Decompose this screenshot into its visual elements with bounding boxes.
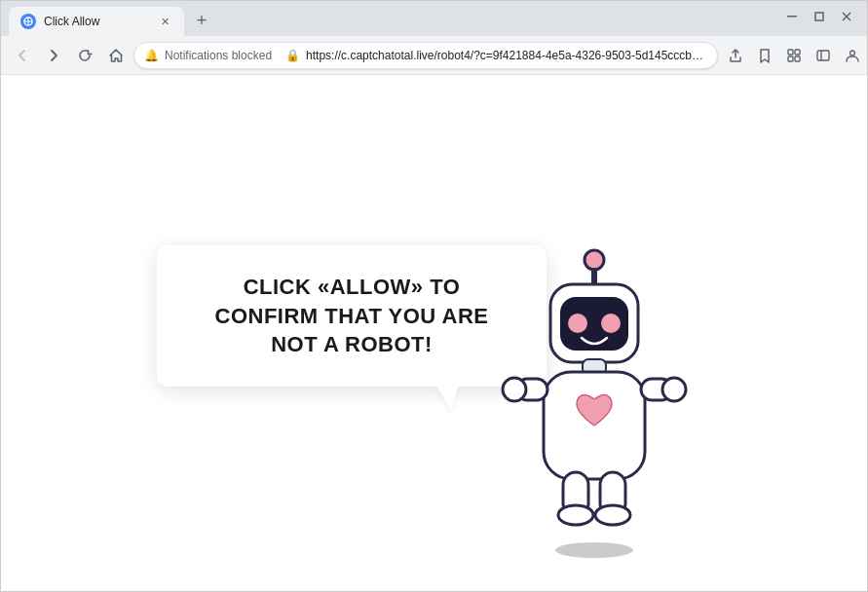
home-button[interactable] <box>102 42 130 69</box>
tab-title: Click Allow <box>44 15 149 28</box>
svg-point-27 <box>503 378 526 401</box>
page-content: CLICK «ALLOW» TO CONFIRM THAT YOU ARE NO… <box>1 75 867 591</box>
svg-rect-10 <box>795 56 800 61</box>
back-button[interactable] <box>9 42 36 69</box>
tab-strip: Click Allow ✕ + <box>9 1 779 36</box>
title-bar: Click Allow ✕ + <box>1 1 867 36</box>
toolbar: 🔔 Notifications blocked 🔒 https://c.capt… <box>1 36 867 75</box>
new-tab-button[interactable]: + <box>188 7 215 34</box>
close-button[interactable] <box>834 8 859 25</box>
speech-bubble: CLICK «ALLOW» TO CONFIRM THAT YOU ARE NO… <box>157 245 547 387</box>
profile-button[interactable] <box>839 42 866 69</box>
reload-button[interactable] <box>71 42 98 69</box>
svg-rect-3 <box>787 16 797 18</box>
svg-rect-8 <box>795 50 800 55</box>
robot-illustration <box>497 240 692 562</box>
svg-point-22 <box>568 314 587 333</box>
maximize-button[interactable] <box>807 8 832 25</box>
bubble-message: CLICK «ALLOW» TO CONFIRM THAT YOU ARE NO… <box>192 273 511 359</box>
svg-point-31 <box>558 505 593 525</box>
notifications-blocked-indicator: 🔔 <box>144 49 159 62</box>
minimize-button[interactable] <box>779 8 805 25</box>
lock-icon: 🔒 <box>285 49 300 62</box>
svg-point-33 <box>595 505 630 525</box>
tab-close-button[interactable]: ✕ <box>157 14 172 29</box>
svg-rect-4 <box>815 13 823 20</box>
svg-rect-11 <box>817 51 829 60</box>
svg-point-29 <box>662 378 686 401</box>
window-controls <box>779 8 859 25</box>
share-button[interactable] <box>722 42 749 69</box>
tab-favicon <box>20 14 36 29</box>
svg-rect-9 <box>788 56 793 61</box>
extensions-button[interactable] <box>780 42 808 69</box>
svg-rect-7 <box>788 50 793 55</box>
sidebar-button[interactable] <box>810 42 837 69</box>
url-text: https://c.captchatotal.live/robot4/?c=9f… <box>306 49 707 62</box>
active-tab[interactable]: Click Allow ✕ <box>9 7 184 36</box>
address-bar[interactable]: 🔔 Notifications blocked 🔒 https://c.capt… <box>133 42 718 69</box>
svg-point-18 <box>585 250 604 270</box>
notifications-blocked-text: Notifications blocked <box>165 49 272 62</box>
browser-window: Click Allow ✕ + <box>0 0 868 592</box>
bookmark-button[interactable] <box>751 42 778 69</box>
svg-point-13 <box>850 51 855 56</box>
svg-point-23 <box>601 314 621 333</box>
svg-point-17 <box>555 542 633 558</box>
forward-button[interactable] <box>40 42 67 69</box>
toolbar-actions <box>722 42 868 69</box>
